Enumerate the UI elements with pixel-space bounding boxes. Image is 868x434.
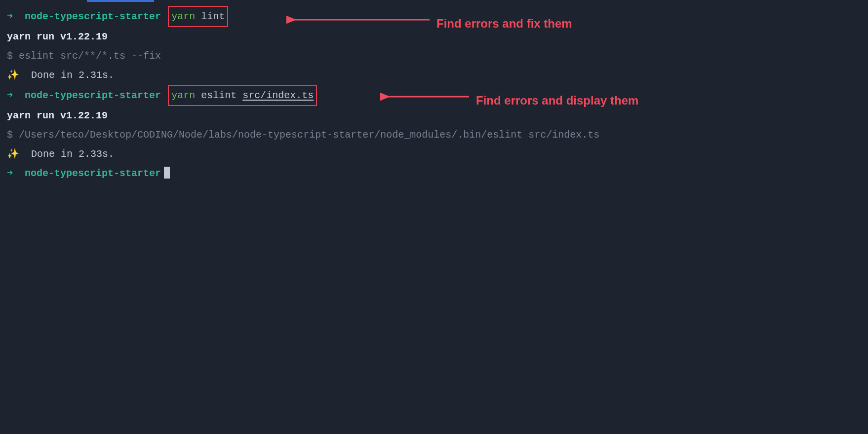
dollar-sign: $ [7,129,13,141]
dollar-sign: $ [7,50,13,62]
command-highlight-box: yarn lint [168,6,228,27]
done-line: ✨ Done in 2.33s. [7,145,861,164]
command-path-arg: src/index.ts [242,90,314,101]
prompt-directory: node-typescript-starter [25,168,161,179]
prompt-arrow-icon: ➜ [7,90,13,101]
exec-command: eslint src/**/*.ts --fix [19,50,161,62]
done-line: ✨ Done in 2.31s. [7,66,861,85]
command-yarn: yarn [171,11,195,22]
annotation-arrow-icon [286,14,434,29]
prompt-directory: node-typescript-starter [25,90,161,101]
command-yarn: yarn [171,90,195,101]
prompt-line-idle: ➜ node-typescript-starter [7,164,861,183]
command-args: lint [195,11,225,22]
prompt-arrow-icon: ➜ [7,11,13,22]
command-highlight-box: yarn eslint src/index.ts [168,85,317,106]
exec-command: /Users/teco/Desktop/CODING/Node/labs/nod… [19,129,599,141]
prompt-arrow-icon: ➜ [7,168,13,179]
sparkle-icon: ✨ [7,148,19,160]
yarn-version-line: yarn run v1.22.19 [7,106,861,125]
command-args: eslint [195,90,242,101]
cursor-icon [164,167,170,179]
annotation-arrow-icon [380,91,474,106]
yarn-version-line: yarn run v1.22.19 [7,27,861,46]
annotation-label-1: Find errors and fix them [436,12,572,36]
done-text: Done in 2.33s. [25,148,114,160]
exec-line: $ eslint src/**/*.ts --fix [7,46,861,66]
active-tab-indicator [87,0,154,2]
sparkle-icon: ✨ [7,70,19,81]
done-text: Done in 2.31s. [25,70,114,81]
annotation-label-2: Find errors and display them [476,89,638,112]
exec-line: $ /Users/teco/Desktop/CODING/Node/labs/n… [7,125,861,145]
prompt-directory: node-typescript-starter [25,11,161,22]
